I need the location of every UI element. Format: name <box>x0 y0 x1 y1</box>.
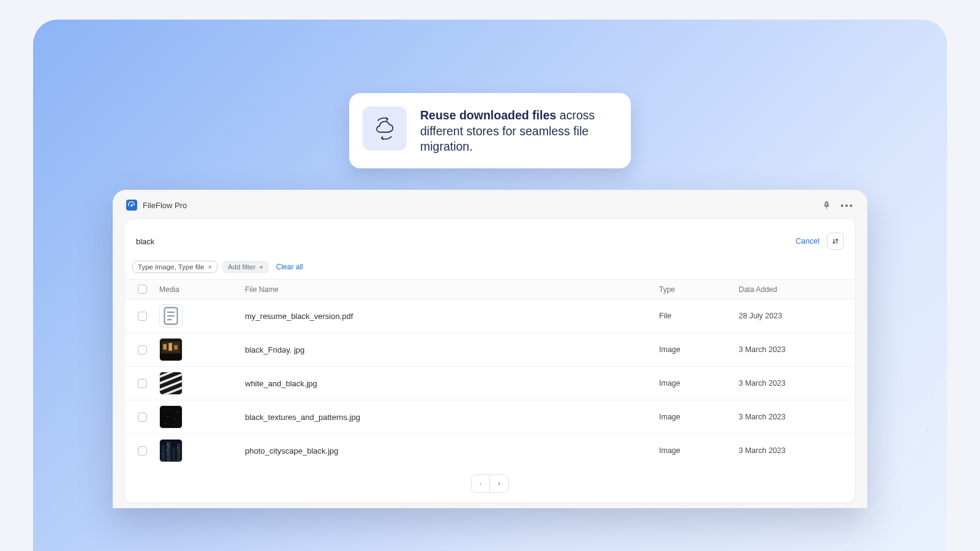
clear-all-button[interactable]: Clear all <box>276 263 303 271</box>
table-row[interactable]: my_resume_black_version.pdfFile28 July 2… <box>125 299 855 333</box>
image-thumbnail <box>159 338 183 361</box>
svg-rect-29 <box>172 448 175 462</box>
row-filename: black_textures_and_patterns.jpg <box>245 413 659 422</box>
row-check-cell <box>125 312 159 321</box>
svg-point-22 <box>175 419 176 420</box>
pagination <box>125 467 855 503</box>
row-type: Image <box>659 379 739 388</box>
search-row: black Cancel <box>125 219 855 258</box>
row-date: 3 March 2023 <box>739 413 855 421</box>
svg-rect-33 <box>167 449 168 451</box>
row-check-cell <box>125 345 159 354</box>
pager-group <box>471 474 509 493</box>
table-header: Media File Name Type Data Added <box>125 279 855 299</box>
more-icon[interactable]: ••• <box>840 201 854 210</box>
filter-chip-type[interactable]: Type image, Type file × <box>132 261 217 273</box>
cloud-sync-icon <box>363 107 407 151</box>
row-type: Image <box>659 413 739 421</box>
col-date: Data Added <box>739 285 855 294</box>
col-filename: File Name <box>245 285 659 294</box>
next-page-button[interactable] <box>490 475 508 492</box>
table-row[interactable]: photo_cityscape_black.jpgImage3 March 20… <box>125 434 855 467</box>
svg-rect-8 <box>168 343 172 351</box>
chip-remove-icon[interactable]: × <box>208 263 211 271</box>
svg-rect-27 <box>162 445 165 462</box>
app-window: FileFlow Pro ••• black Cancel <box>113 190 867 508</box>
row-check-cell <box>125 446 159 455</box>
row-checkbox[interactable] <box>138 413 147 422</box>
row-type: Image <box>659 446 739 455</box>
row-checkbox[interactable] <box>138 379 147 388</box>
select-all-checkbox[interactable] <box>138 285 147 294</box>
sort-button[interactable] <box>827 233 844 250</box>
document-icon <box>159 304 183 328</box>
row-checkbox[interactable] <box>138 446 147 455</box>
row-date: 28 July 2023 <box>739 312 855 320</box>
prev-page-button[interactable] <box>472 475 490 492</box>
svg-rect-31 <box>167 444 168 445</box>
table-row[interactable]: black_Friday. jpgImage3 March 2023 <box>125 333 855 367</box>
svg-point-19 <box>170 409 172 410</box>
image-thumbnail <box>159 405 183 429</box>
chip-label: Add filter <box>228 263 255 271</box>
row-check-cell <box>125 379 159 388</box>
row-type: Image <box>659 345 739 354</box>
promo-bold: Reuse downloaded files <box>420 108 556 122</box>
svg-point-18 <box>164 410 165 411</box>
row-check-cell <box>125 413 159 422</box>
row-filename: black_Friday. jpg <box>245 345 659 354</box>
svg-point-24 <box>173 424 174 425</box>
file-panel: black Cancel Type image, Type file × Add… <box>125 219 855 503</box>
row-filename: white_and_black.jpg <box>245 379 659 388</box>
row-type: File <box>659 312 739 320</box>
row-date: 3 March 2023 <box>739 379 855 388</box>
row-thumb-cell <box>159 338 245 361</box>
table-row[interactable]: black_textures_and_patterns.jpgImage3 Ma… <box>125 400 855 434</box>
cancel-button[interactable]: Cancel <box>796 237 820 246</box>
row-thumb-cell <box>159 372 245 395</box>
image-thumbnail <box>159 439 183 462</box>
plus-icon: + <box>259 263 263 271</box>
app-chrome: FileFlow Pro ••• black Cancel <box>113 190 867 508</box>
add-filter-chip[interactable]: Add filter + <box>222 261 269 273</box>
col-type: Type <box>659 285 739 294</box>
row-date: 3 March 2023 <box>739 446 855 455</box>
svg-rect-32 <box>168 446 169 448</box>
svg-point-23 <box>165 423 166 424</box>
marketing-stage: Reuse downloaded files across different … <box>33 20 947 551</box>
chip-label: Type image, Type file <box>138 263 204 271</box>
row-checkbox[interactable] <box>138 312 147 321</box>
row-date: 3 March 2023 <box>739 345 855 354</box>
svg-point-20 <box>177 412 178 413</box>
promo-card: Reuse downloaded files across different … <box>349 93 631 168</box>
svg-point-21 <box>167 416 168 418</box>
app-title-wrap: FileFlow Pro <box>126 200 187 211</box>
svg-point-25 <box>178 422 179 423</box>
svg-rect-9 <box>174 345 177 350</box>
row-checkbox[interactable] <box>138 345 147 354</box>
table-row[interactable]: white_and_black.jpgImage3 March 2023 <box>125 367 855 400</box>
app-header: FileFlow Pro ••• <box>125 200 855 219</box>
svg-rect-10 <box>160 354 182 361</box>
row-filename: my_resume_black_version.pdf <box>245 312 659 321</box>
app-logo-icon <box>126 200 137 211</box>
promo-text: Reuse downloaded files across different … <box>420 107 615 155</box>
app-title: FileFlow Pro <box>143 201 187 210</box>
image-thumbnail <box>159 372 183 395</box>
app-header-actions: ••• <box>821 200 854 211</box>
row-filename: photo_cityscape_black.jpg <box>245 446 659 455</box>
row-thumb-cell <box>159 304 245 328</box>
select-all-cell <box>125 285 159 294</box>
pin-icon[interactable] <box>821 200 832 211</box>
col-media: Media <box>159 285 245 294</box>
svg-rect-35 <box>179 451 180 452</box>
row-thumb-cell <box>159 439 245 462</box>
table-body: my_resume_black_version.pdfFile28 July 2… <box>125 299 855 467</box>
search-input[interactable]: black <box>136 237 788 246</box>
filter-row: Type image, Type file × Add filter + Cle… <box>125 258 855 279</box>
svg-rect-34 <box>178 448 178 449</box>
svg-rect-7 <box>163 344 166 350</box>
svg-rect-30 <box>177 444 180 462</box>
row-thumb-cell <box>159 405 245 429</box>
